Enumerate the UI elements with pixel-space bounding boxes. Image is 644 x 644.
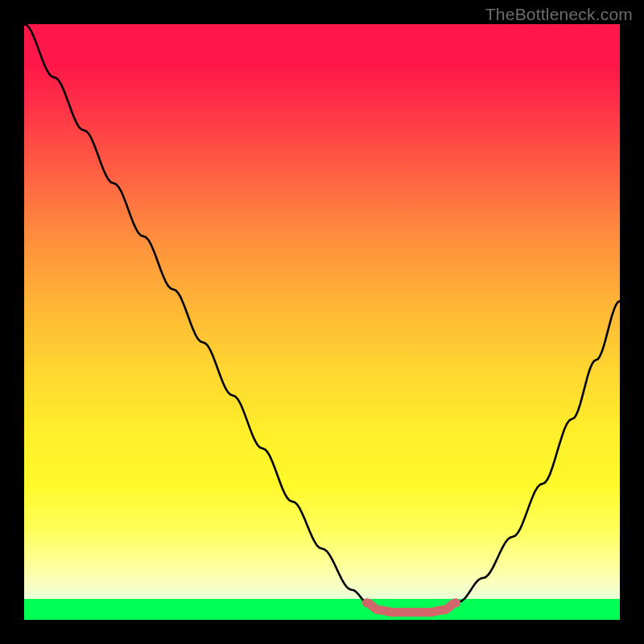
chart-svg	[24, 24, 620, 620]
watermark-text: TheBottleneck.com	[485, 5, 633, 24]
plot-area	[24, 24, 620, 620]
optimal-segment-path	[367, 603, 456, 613]
chart-frame: TheBottleneck.com	[0, 0, 644, 644]
bottleneck-curve-path	[24, 24, 620, 613]
